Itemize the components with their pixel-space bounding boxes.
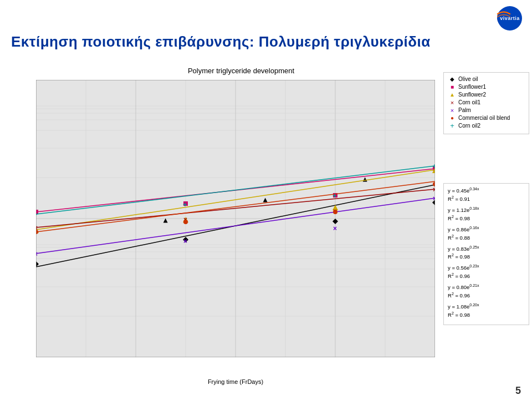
chart-container: Polymer triglyceride development Polymer… (6, 67, 443, 377)
chart-svg: × × × × × × × × (36, 80, 435, 357)
legend-item-sunflower2: ▲ Sunflower2 (448, 92, 524, 98)
svg-text:×: × (433, 195, 435, 202)
eq-4: y = 0.83e0.25x R2 = 0.98 (448, 245, 525, 261)
corn2-marker: + (448, 123, 456, 129)
vivartia-logo: vivartia (452, 4, 524, 32)
eq-3: y = 0.86e0.16x R2 = 0.88 (448, 225, 525, 242)
svg-text:×: × (433, 186, 435, 194)
svg-text:+: + (332, 191, 337, 200)
eq-2: y = 1.12e0.18x R2 = 0.98 (448, 206, 525, 222)
corn1-marker: × (448, 100, 456, 105)
svg-point-61 (333, 210, 337, 214)
sunflower1-marker: ■ (448, 84, 456, 90)
chart-wrap: Polymer triclycerides (%) (6, 77, 443, 371)
sunflower2-marker: ▲ (448, 92, 456, 98)
svg-text:+: + (183, 200, 187, 209)
x-axis-label: Frying time (FrDays) (36, 378, 435, 385)
eq-7: y = 1.08e0.20x R2 = 0.98 (448, 302, 525, 319)
sunflower2-label: Sunflower2 (458, 92, 486, 98)
palm-marker: × (448, 108, 456, 113)
legend-item-sunflower1: ■ Sunflower1 (448, 84, 524, 90)
olive-marker: ◆ (448, 77, 456, 82)
commercial-label: Commercial oil blend (458, 115, 510, 121)
olive-label: Olive oil (458, 76, 478, 82)
commercial-marker: ● (448, 115, 456, 121)
legend: ◆ Olive oil ■ Sunflower1 ▲ Sunflower2 × … (443, 72, 529, 134)
page-title: Εκτίμηση ποιοτικής επιβάρυνσης: Πολυμερή… (11, 33, 431, 50)
eq-1: y = 0.45e0.34x R2 = 0.91 (448, 186, 525, 203)
svg-text:×: × (183, 237, 187, 245)
sunflower1-label: Sunflower1 (458, 84, 486, 90)
legend-item-olive: ◆ Olive oil (448, 76, 524, 82)
svg-text:+: + (432, 162, 435, 170)
svg-point-60 (183, 220, 188, 224)
svg-text:×: × (333, 225, 337, 232)
eq-5: y = 0.56e0.23x R2 = 0.96 (448, 264, 525, 280)
eq-6: y = 0.80e0.21x R2 = 0.96 (448, 283, 525, 300)
chart-title: Polymer triglyceride development (39, 67, 443, 75)
corn1-label: Corn oil1 (458, 99, 480, 105)
legend-item-corn2: + Corn oil2 (448, 123, 524, 129)
equations-box: y = 0.45e0.34x R2 = 0.91 y = 1.12e0.18x … (443, 183, 529, 325)
corn2-label: Corn oil2 (458, 123, 480, 129)
legend-item-palm: × Palm (448, 107, 524, 113)
legend-item-corn1: × Corn oil1 (448, 99, 524, 105)
palm-label: Palm (458, 107, 471, 113)
legend-item-commercial: ● Commercial oil blend (448, 115, 524, 121)
page-number: 5 (515, 385, 521, 397)
